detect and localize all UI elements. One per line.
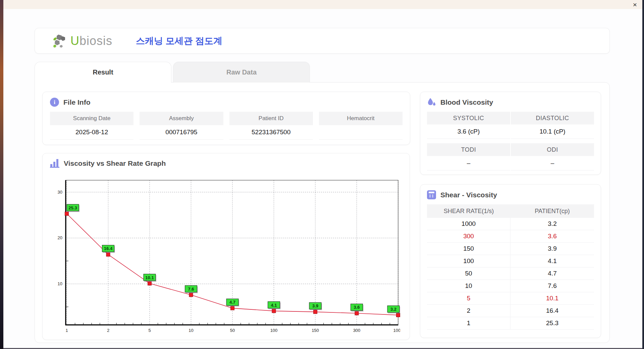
chart-point-label: 10.1 <box>145 275 154 280</box>
graph-title: Viscosity vs Shear Rate Graph <box>64 159 166 167</box>
window-title-bar: × <box>3 0 642 9</box>
field-value: 52231367500 <box>229 125 313 140</box>
y-tick-label: 30 <box>58 190 62 195</box>
x-tick-label: 2 <box>107 328 109 333</box>
field-value: 000716795 <box>140 125 223 140</box>
shear-rate-cell: 150 <box>427 243 511 255</box>
patient-cell: 3.9 <box>511 243 594 255</box>
shear-row-3: 100 4.1 <box>427 255 594 267</box>
brand-logo-rest: biosis <box>79 34 112 48</box>
file-info-header: i File Info <box>50 98 402 107</box>
shear-rate-cell: 300 <box>427 230 511 243</box>
ubiosis-logo-icon <box>52 34 68 48</box>
shear-rate-cell: 1 <box>427 317 511 330</box>
shear-row-2: 150 3.9 <box>427 243 594 255</box>
chart-data-point <box>272 309 276 313</box>
patient-cell: 16.4 <box>511 305 594 317</box>
file-info-fields: Scanning Date 2025-08-12 Assembly 000716… <box>50 112 402 140</box>
close-icon[interactable]: × <box>633 1 637 8</box>
patient-cell: 10.1 <box>511 292 594 305</box>
shear-rate-cell: 1000 <box>427 218 511 230</box>
patient-cell: 4.1 <box>511 255 594 267</box>
blood-viscosity-title: Blood Viscosity <box>440 98 493 106</box>
x-tick-label: 300 <box>353 328 361 333</box>
field-value <box>319 125 402 140</box>
viscosity-chart: 25.316.410.17.64.74.13.93.63.21020301251… <box>51 178 400 337</box>
shear-row-0: 1000 3.2 <box>427 218 594 230</box>
shear-viscosity-card: Shear - Viscosity SHEAR RATE(1/s) PATIEN… <box>420 184 601 338</box>
shear-viscosity-title: Shear - Viscosity <box>440 191 497 199</box>
patient-column-header: PATIENT(cp) <box>511 204 594 218</box>
chart-point-label: 4.1 <box>271 303 277 308</box>
blood-viscosity-headers-1: SYSTOLIC DIASTOLIC <box>427 112 594 124</box>
shear-rate-column-header: SHEAR RATE(1/s) <box>427 204 511 218</box>
blood-viscosity-header: Blood Viscosity <box>427 98 594 107</box>
todi-value: – <box>427 156 510 170</box>
field-value: 2025-08-12 <box>50 125 133 140</box>
chart-point-label: 7.6 <box>188 287 194 292</box>
field-label: Scanning Date <box>50 112 133 125</box>
blood-viscosity-values-2: – – <box>427 156 594 170</box>
chart-data-point <box>65 212 69 215</box>
patient-cell: 7.6 <box>511 280 594 292</box>
tab-result[interactable]: Result <box>35 62 171 83</box>
chart-point-label: 3.6 <box>354 305 360 310</box>
field-label: Assembly <box>140 112 223 125</box>
shear-rate-cell: 2 <box>427 305 511 317</box>
chart-point-label: 4.7 <box>229 300 235 305</box>
shear-row-5: 10 7.6 <box>427 280 594 292</box>
shear-row-7: 2 16.4 <box>427 305 594 317</box>
brand-logo: Ubiosis <box>52 34 112 48</box>
field-scanning-date: Scanning Date 2025-08-12 <box>50 112 133 140</box>
y-tick-label: 20 <box>58 235 62 240</box>
chart-data-point <box>189 293 193 297</box>
file-info-title: File Info <box>63 98 91 106</box>
field-hematocrit: Hematocrit <box>319 112 402 140</box>
file-info-card: i File Info Scanning Date 2025-08-12 Ass… <box>42 92 410 145</box>
result-panel: i File Info Scanning Date 2025-08-12 Ass… <box>35 82 610 343</box>
shear-rate-cell: 10 <box>427 280 511 292</box>
blood-viscosity-values-1: 3.6 (cP) 10.1 (cP) <box>427 124 594 139</box>
diastolic-header: DIASTOLIC <box>511 112 594 124</box>
bar-chart-icon <box>50 159 59 168</box>
tab-raw-data[interactable]: Raw Data <box>173 62 310 83</box>
info-icon: i <box>50 98 59 107</box>
patient-cell: 25.3 <box>511 317 594 330</box>
odi-value: – <box>511 156 594 170</box>
shear-row-4: 50 4.7 <box>427 267 594 280</box>
shear-row-6: 5 10.1 <box>427 292 594 305</box>
shear-rate-cell: 100 <box>427 255 511 267</box>
chart-data-point <box>355 311 359 315</box>
window-content: Ubiosis 스캐닝 모세관 점도계 Result Raw Data i Fi… <box>3 9 642 348</box>
patient-cell: 3.6 <box>511 230 594 243</box>
field-patient-id: Patient ID 52231367500 <box>229 112 313 140</box>
brand-logo-accent: U <box>70 34 79 48</box>
x-tick-label: 50 <box>230 328 235 333</box>
x-tick-label: 150 <box>312 328 319 333</box>
graph-header: Viscosity vs Shear Rate Graph <box>50 159 402 168</box>
shear-table-header: SHEAR RATE(1/s) PATIENT(cp) <box>427 204 594 218</box>
patient-cell: 4.7 <box>511 267 594 280</box>
y-tick-label: 10 <box>58 281 62 286</box>
brand-logo-text: Ubiosis <box>70 34 112 48</box>
chart-data-point <box>106 253 110 256</box>
app-window: × Ubiosis 스캐닝 모세관 점도계 Result Raw Data <box>0 0 644 349</box>
brand-header-card: Ubiosis 스캐닝 모세관 점도계 <box>35 28 610 54</box>
x-tick-label: 1000 <box>393 328 400 333</box>
window-left-edge <box>0 0 3 349</box>
chart-point-label: 16.4 <box>104 246 113 251</box>
chart-point-label: 3.2 <box>390 307 396 312</box>
shear-row-8: 1 25.3 <box>427 317 594 330</box>
blood-viscosity-card: Blood Viscosity SYSTOLIC DIASTOLIC 3.6 (… <box>420 92 601 175</box>
shear-viscosity-header: Shear - Viscosity <box>427 190 594 199</box>
field-label: Hematocrit <box>319 112 402 125</box>
app-title: 스캐닝 모세관 점도계 <box>136 35 222 47</box>
field-label: Patient ID <box>229 112 313 125</box>
systolic-header: SYSTOLIC <box>427 112 510 124</box>
viscosity-graph-card: Viscosity vs Shear Rate Graph 25.316.410… <box>42 153 410 340</box>
chart-data-point <box>148 282 152 285</box>
chart-point-label: 3.9 <box>312 303 318 308</box>
diastolic-value: 10.1 (cP) <box>511 124 594 139</box>
chart-data-point <box>231 306 234 310</box>
todi-header: TODI <box>427 143 510 156</box>
